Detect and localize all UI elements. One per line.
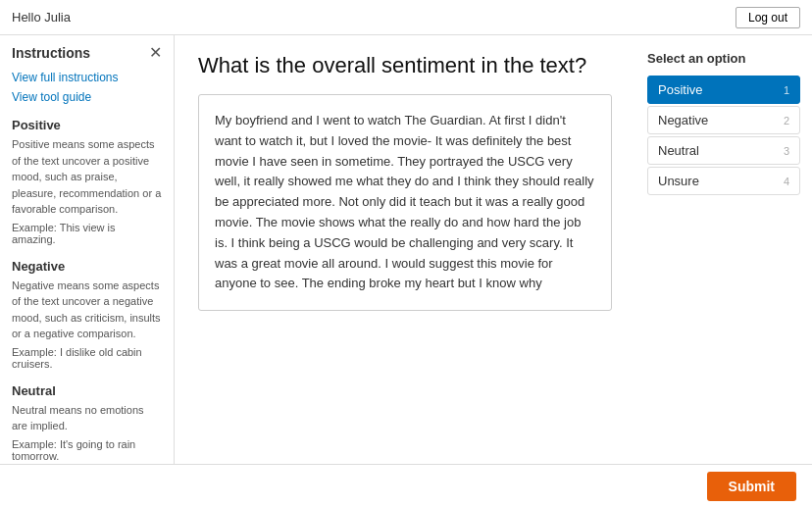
sidebar-section-positive: Positive Positive means some aspects of … — [12, 118, 162, 245]
option-number: 1 — [784, 84, 789, 96]
options-panel: Select an option Positive1Negative2Neutr… — [635, 35, 812, 507]
option-item-neutral[interactable]: Neutral3 — [647, 136, 800, 165]
footer: Submit — [0, 464, 812, 507]
option-number: 2 — [784, 115, 789, 127]
view-full-instructions-link[interactable]: View full instructions — [12, 71, 162, 84]
option-label: Unsure — [658, 174, 699, 188]
logout-button[interactable]: Log out — [736, 7, 800, 28]
question-title: What is the overall sentiment in the tex… — [198, 53, 612, 78]
sidebar-negative-example: Example: I dislike old cabin cruisers. — [12, 346, 162, 370]
sidebar-negative-body: Negative means some aspects of the text … — [12, 278, 162, 342]
header-greeting: Hello Julia — [12, 10, 71, 25]
sidebar-header: Instructions ✕ — [12, 45, 162, 61]
main-layout: Instructions ✕ View full instructions Vi… — [0, 35, 812, 507]
option-item-positive[interactable]: Positive1 — [647, 76, 800, 104]
option-label: Negative — [658, 113, 708, 127]
sidebar-neutral-heading: Neutral — [12, 383, 162, 398]
sidebar-section-neutral: Neutral Neutral means no emotions are im… — [12, 383, 162, 462]
sidebar-negative-heading: Negative — [12, 259, 162, 274]
sidebar-positive-example: Example: This view is amazing. — [12, 222, 162, 245]
option-label: Positive — [658, 82, 703, 97]
sidebar-neutral-body: Neutral means no emotions are implied. — [12, 402, 162, 434]
options-title: Select an option — [647, 51, 800, 66]
sidebar-neutral-example: Example: It's going to rain tomorrow. — [12, 438, 162, 462]
content-area: What is the overall sentiment in the tex… — [175, 35, 635, 507]
sidebar-section-negative: Negative Negative means some aspects of … — [12, 259, 162, 370]
options-list: Positive1Negative2Neutral3Unsure4 — [647, 76, 800, 195]
sidebar: Instructions ✕ View full instructions Vi… — [0, 35, 175, 507]
option-number: 3 — [784, 145, 789, 157]
option-label: Neutral — [658, 143, 699, 158]
text-content-box: My boyfriend and I went to watch The Gua… — [198, 94, 612, 311]
option-number: 4 — [784, 176, 789, 187]
option-item-unsure[interactable]: Unsure4 — [647, 167, 800, 195]
sidebar-title: Instructions — [12, 45, 90, 61]
option-item-negative[interactable]: Negative2 — [647, 106, 800, 134]
close-icon[interactable]: ✕ — [149, 45, 162, 61]
header: Hello Julia Log out — [0, 0, 812, 35]
view-tool-guide-link[interactable]: View tool guide — [12, 90, 162, 104]
sidebar-positive-heading: Positive — [12, 118, 162, 132]
submit-button[interactable]: Submit — [707, 472, 796, 501]
sidebar-positive-body: Positive means some aspects of the text … — [12, 136, 162, 218]
